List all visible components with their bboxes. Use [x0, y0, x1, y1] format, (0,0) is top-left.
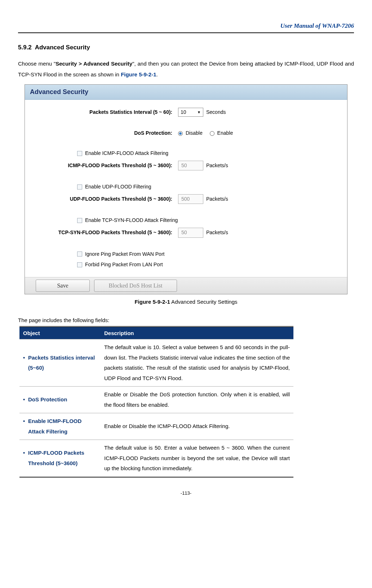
tcp-enable-label: Enable TCP-SYN-FLOOD Attack Filtering [85, 217, 178, 224]
stats-interval-value: 10 [181, 109, 186, 116]
fields-intro: The page includes the following fields: [18, 316, 354, 324]
forbid-lan-checkbox[interactable] [77, 262, 82, 267]
tcp-enable-checkbox[interactable] [77, 218, 82, 223]
intro-menu-path: Security > Advanced Security [56, 61, 132, 67]
stats-interval-select[interactable]: 10 ▼ [178, 108, 203, 117]
dos-protection-label: DoS Protection: [36, 130, 178, 137]
obj-0: Packets Statistics interval (5~60) [28, 353, 97, 373]
intro-pre: Choose menu " [18, 61, 56, 67]
advanced-security-screenshot: Advanced Security Packets Statistics Int… [25, 84, 347, 295]
col-object: Object [19, 327, 101, 339]
icmp-threshold-label: ICMP-FLOOD Packets Threshold (5 ~ 3600): [36, 162, 178, 169]
dos-enable-radio[interactable] [210, 131, 214, 136]
obj-1: DoS Protection [28, 395, 97, 405]
chevron-down-icon: ▼ [197, 110, 201, 115]
panel-title: Advanced Security [25, 85, 347, 100]
intro-paragraph: Choose menu "Security > Advanced Securit… [18, 58, 354, 80]
dos-disable-label: Disable [186, 130, 203, 137]
dos-enable-label: Enable [217, 130, 233, 137]
udp-enable-checkbox[interactable] [77, 184, 82, 190]
forbid-lan-label: Forbid Ping Packet From LAN Port [85, 261, 163, 268]
tcp-threshold-input[interactable]: 50 [178, 228, 203, 238]
obj-3: ICMP-FLOOD Packets Threshold (5~3600) [28, 448, 97, 468]
figure-reference: Figure 5-9-2-1 [121, 71, 156, 77]
desc-1: Enable or Disable the DoS protection fun… [101, 387, 293, 413]
desc-3: The default value is 50. Enter a value b… [101, 440, 293, 477]
table-row: •ICMP-FLOOD Packets Threshold (5~3600) T… [19, 440, 293, 477]
udp-threshold-input[interactable]: 500 [178, 194, 203, 204]
tcp-threshold-label: TCP-SYN-FLOOD Packets Threshold (5 ~ 360… [36, 229, 178, 236]
section-number: 5.9.2 [18, 44, 32, 51]
udp-unit: Packets/s [206, 196, 228, 203]
page-number: -113- [18, 490, 354, 496]
desc-0: The default value is 10. Select a value … [101, 339, 293, 387]
ignore-wan-checkbox[interactable] [77, 251, 82, 257]
button-bar: Save Blocked DoS Host List [25, 277, 347, 294]
figure-caption-num: Figure 5-9-2-1 [134, 299, 170, 305]
blocked-dos-list-button[interactable]: Blocked DoS Host List [94, 280, 177, 292]
table-row: •Enable ICMP-FLOOD Attack Filtering Enab… [19, 413, 293, 440]
obj-2: Enable ICMP-FLOOD Attack Filtering [28, 416, 97, 437]
icmp-threshold-input[interactable]: 50 [178, 161, 203, 171]
table-row: •DoS Protection Enable or Disable the Do… [19, 387, 293, 413]
desc-2: Enable or Disable the ICMP-FLOOD Attack … [101, 413, 293, 440]
figure-caption-text: Advanced Security Settings [170, 299, 238, 305]
icmp-unit: Packets/s [206, 162, 228, 169]
section-title: Advanced Security [35, 44, 90, 51]
doc-header: User Manual of WNAP-7206 [18, 22, 354, 33]
figure-caption: Figure 5-9-2-1 Advanced Security Setting… [18, 298, 354, 306]
save-button[interactable]: Save [36, 280, 90, 292]
col-description: Description [101, 327, 293, 339]
dos-disable-radio[interactable] [178, 131, 183, 136]
icmp-enable-checkbox[interactable] [77, 151, 82, 156]
udp-threshold-label: UDP-FLOOD Packets Threshold (5 ~ 3600): [36, 196, 178, 203]
fields-table: Object Description •Packets Statistics i… [19, 326, 293, 478]
stats-interval-unit: Seconds [206, 109, 226, 116]
section-heading: 5.9.2 Advanced Security [18, 43, 354, 52]
table-row: •Packets Statistics interval (5~60) The … [19, 339, 293, 387]
stats-interval-label: Packets Statistics Interval (5 ~ 60): [36, 109, 178, 116]
tcp-unit: Packets/s [206, 229, 228, 236]
icmp-enable-label: Enable ICMP-FLOOD Attack Filtering [85, 150, 168, 157]
udp-enable-label: Enable UDP-FLOOD Filtering [85, 183, 151, 191]
ignore-wan-label: Ignore Ping Packet From WAN Port [85, 251, 164, 258]
intro-post: . [156, 71, 158, 77]
